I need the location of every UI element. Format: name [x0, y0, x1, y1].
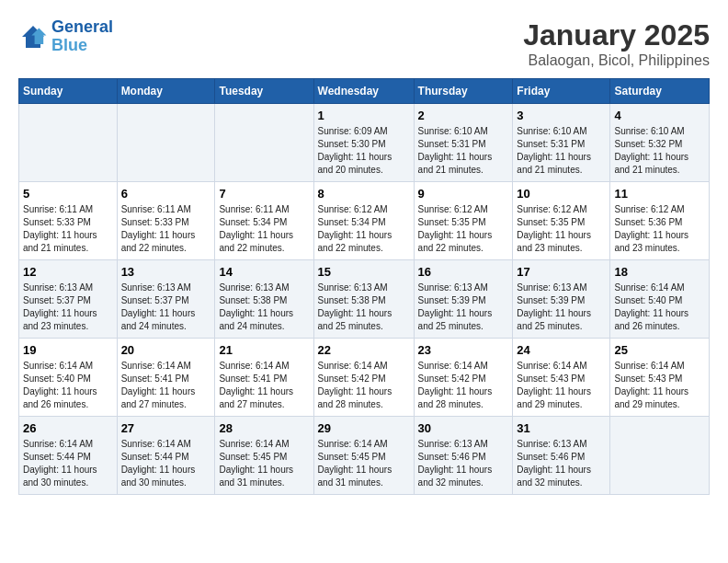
day-number: 24: [517, 343, 606, 357]
calendar-cell: 16Sunrise: 6:13 AM Sunset: 5:39 PM Dayli…: [414, 260, 513, 339]
calendar-cell: 31Sunrise: 6:13 AM Sunset: 5:46 PM Dayli…: [513, 417, 610, 495]
calendar-cell: 23Sunrise: 6:14 AM Sunset: 5:42 PM Dayli…: [414, 339, 513, 417]
day-number: 18: [614, 265, 705, 279]
day-number: 2: [418, 109, 509, 122]
day-number: 25: [614, 343, 705, 357]
day-number: 30: [418, 421, 509, 435]
day-info: Sunrise: 6:13 AM Sunset: 5:38 PM Dayligh…: [219, 282, 309, 333]
day-info: Sunrise: 6:12 AM Sunset: 5:35 PM Dayligh…: [418, 203, 509, 255]
weekday-header: Wednesday: [313, 79, 414, 104]
calendar-cell: 11Sunrise: 6:12 AM Sunset: 5:36 PM Dayli…: [610, 182, 710, 260]
day-info: Sunrise: 6:10 AM Sunset: 5:31 PM Dayligh…: [517, 125, 606, 177]
calendar-cell: 29Sunrise: 6:14 AM Sunset: 5:45 PM Dayli…: [313, 417, 414, 495]
day-number: 4: [614, 109, 705, 122]
day-info: Sunrise: 6:12 AM Sunset: 5:34 PM Dayligh…: [318, 203, 410, 255]
day-info: Sunrise: 6:13 AM Sunset: 5:39 PM Dayligh…: [517, 282, 606, 333]
day-info: Sunrise: 6:13 AM Sunset: 5:38 PM Dayligh…: [318, 282, 410, 333]
calendar-cell: 7Sunrise: 6:11 AM Sunset: 5:34 PM Daylig…: [215, 182, 313, 260]
calendar-cell: 17Sunrise: 6:13 AM Sunset: 5:39 PM Dayli…: [513, 260, 610, 339]
day-info: Sunrise: 6:14 AM Sunset: 5:40 PM Dayligh…: [614, 282, 705, 333]
calendar-cell: 3Sunrise: 6:10 AM Sunset: 5:31 PM Daylig…: [513, 104, 610, 182]
page-header: General Blue January 2025 Balaogan, Bico…: [18, 18, 710, 69]
calendar-cell: 27Sunrise: 6:14 AM Sunset: 5:44 PM Dayli…: [117, 417, 215, 495]
calendar-week: 19Sunrise: 6:14 AM Sunset: 5:40 PM Dayli…: [19, 339, 710, 417]
calendar-table: SundayMondayTuesdayWednesdayThursdayFrid…: [18, 78, 710, 495]
weekday-header: Tuesday: [215, 79, 313, 104]
calendar-cell: 5Sunrise: 6:11 AM Sunset: 5:33 PM Daylig…: [19, 182, 118, 260]
calendar-cell: 21Sunrise: 6:14 AM Sunset: 5:41 PM Dayli…: [215, 339, 313, 417]
day-number: 26: [23, 421, 113, 435]
day-number: 8: [318, 187, 410, 201]
day-info: Sunrise: 6:14 AM Sunset: 5:44 PM Dayligh…: [23, 438, 113, 489]
day-number: 28: [219, 421, 309, 435]
day-number: 6: [121, 187, 211, 201]
day-info: Sunrise: 6:13 AM Sunset: 5:46 PM Dayligh…: [418, 438, 509, 489]
calendar-cell: 22Sunrise: 6:14 AM Sunset: 5:42 PM Dayli…: [313, 339, 414, 417]
day-info: Sunrise: 6:14 AM Sunset: 5:41 PM Dayligh…: [121, 360, 211, 411]
calendar-week: 26Sunrise: 6:14 AM Sunset: 5:44 PM Dayli…: [19, 417, 710, 495]
day-info: Sunrise: 6:13 AM Sunset: 5:37 PM Dayligh…: [121, 282, 211, 333]
day-number: 27: [121, 421, 211, 435]
calendar-cell: [610, 417, 710, 495]
day-number: 1: [318, 109, 410, 122]
day-info: Sunrise: 6:10 AM Sunset: 5:32 PM Dayligh…: [614, 125, 705, 177]
calendar-cell: 2Sunrise: 6:10 AM Sunset: 5:31 PM Daylig…: [414, 104, 513, 182]
calendar-header: SundayMondayTuesdayWednesdayThursdayFrid…: [19, 79, 710, 104]
calendar-cell: 10Sunrise: 6:12 AM Sunset: 5:35 PM Dayli…: [513, 182, 610, 260]
weekday-header: Sunday: [19, 79, 118, 104]
day-number: 9: [418, 187, 509, 201]
day-number: 22: [318, 343, 410, 357]
day-info: Sunrise: 6:14 AM Sunset: 5:43 PM Dayligh…: [614, 360, 705, 411]
day-number: 19: [23, 343, 113, 357]
day-info: Sunrise: 6:13 AM Sunset: 5:39 PM Dayligh…: [418, 282, 509, 333]
calendar-cell: 19Sunrise: 6:14 AM Sunset: 5:40 PM Dayli…: [19, 339, 118, 417]
calendar-cell: [215, 104, 313, 182]
day-number: 10: [517, 187, 606, 201]
page-title: January 2025: [523, 18, 710, 52]
calendar-cell: 25Sunrise: 6:14 AM Sunset: 5:43 PM Dayli…: [610, 339, 710, 417]
day-info: Sunrise: 6:14 AM Sunset: 5:40 PM Dayligh…: [23, 360, 113, 411]
day-number: 7: [219, 187, 309, 201]
calendar-cell: [117, 104, 215, 182]
calendar-cell: 12Sunrise: 6:13 AM Sunset: 5:37 PM Dayli…: [19, 260, 118, 339]
day-number: 16: [418, 265, 509, 279]
day-info: Sunrise: 6:14 AM Sunset: 5:45 PM Dayligh…: [318, 438, 410, 489]
day-info: Sunrise: 6:14 AM Sunset: 5:43 PM Dayligh…: [517, 360, 606, 411]
day-number: 3: [517, 109, 606, 122]
calendar-cell: 6Sunrise: 6:11 AM Sunset: 5:33 PM Daylig…: [117, 182, 215, 260]
day-info: Sunrise: 6:11 AM Sunset: 5:34 PM Dayligh…: [219, 203, 309, 255]
day-info: Sunrise: 6:14 AM Sunset: 5:44 PM Dayligh…: [121, 438, 211, 489]
day-info: Sunrise: 6:13 AM Sunset: 5:37 PM Dayligh…: [23, 282, 113, 333]
day-info: Sunrise: 6:11 AM Sunset: 5:33 PM Dayligh…: [121, 203, 211, 255]
day-info: Sunrise: 6:10 AM Sunset: 5:31 PM Dayligh…: [418, 125, 509, 177]
calendar-cell: 8Sunrise: 6:12 AM Sunset: 5:34 PM Daylig…: [313, 182, 414, 260]
calendar-cell: 4Sunrise: 6:10 AM Sunset: 5:32 PM Daylig…: [610, 104, 710, 182]
calendar-cell: 9Sunrise: 6:12 AM Sunset: 5:35 PM Daylig…: [414, 182, 513, 260]
day-number: 17: [517, 265, 606, 279]
day-info: Sunrise: 6:14 AM Sunset: 5:42 PM Dayligh…: [418, 360, 509, 411]
calendar-cell: 28Sunrise: 6:14 AM Sunset: 5:45 PM Dayli…: [215, 417, 313, 495]
calendar-cell: 1Sunrise: 6:09 AM Sunset: 5:30 PM Daylig…: [313, 104, 414, 182]
calendar-week: 1Sunrise: 6:09 AM Sunset: 5:30 PM Daylig…: [19, 104, 710, 182]
calendar-week: 5Sunrise: 6:11 AM Sunset: 5:33 PM Daylig…: [19, 182, 710, 260]
day-info: Sunrise: 6:12 AM Sunset: 5:35 PM Dayligh…: [517, 203, 606, 255]
title-block: January 2025 Balaogan, Bicol, Philippine…: [523, 18, 710, 69]
day-number: 21: [219, 343, 309, 357]
day-number: 23: [418, 343, 509, 357]
calendar-cell: 26Sunrise: 6:14 AM Sunset: 5:44 PM Dayli…: [19, 417, 118, 495]
logo-text: General Blue: [51, 18, 113, 55]
calendar-cell: 13Sunrise: 6:13 AM Sunset: 5:37 PM Dayli…: [117, 260, 215, 339]
day-info: Sunrise: 6:14 AM Sunset: 5:42 PM Dayligh…: [318, 360, 410, 411]
calendar-cell: 20Sunrise: 6:14 AM Sunset: 5:41 PM Dayli…: [117, 339, 215, 417]
day-number: 14: [219, 265, 309, 279]
calendar-cell: 15Sunrise: 6:13 AM Sunset: 5:38 PM Dayli…: [313, 260, 414, 339]
calendar-cell: 24Sunrise: 6:14 AM Sunset: 5:43 PM Dayli…: [513, 339, 610, 417]
day-number: 20: [121, 343, 211, 357]
logo: General Blue: [18, 18, 113, 55]
calendar-cell: 14Sunrise: 6:13 AM Sunset: 5:38 PM Dayli…: [215, 260, 313, 339]
day-info: Sunrise: 6:13 AM Sunset: 5:46 PM Dayligh…: [517, 438, 606, 489]
logo-icon: [18, 22, 48, 52]
day-number: 12: [23, 265, 113, 279]
day-info: Sunrise: 6:14 AM Sunset: 5:45 PM Dayligh…: [219, 438, 309, 489]
weekday-header: Saturday: [610, 79, 710, 104]
